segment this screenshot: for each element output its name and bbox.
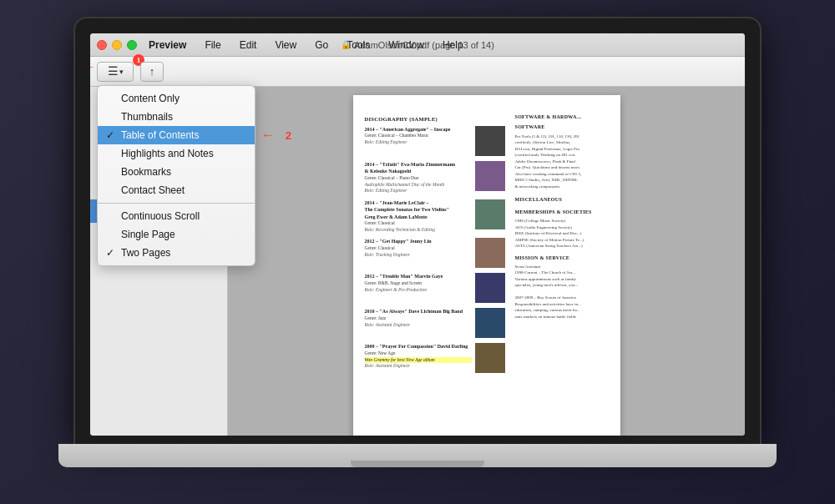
pdf-discography-title: DISCOGRAPHY (sample) <box>365 115 505 123</box>
pdf-entry-5: 2012 – "Trouble Man" Marvin Gaye Genre: … <box>365 273 505 303</box>
annotation-arrow-1: ← <box>90 59 96 74</box>
minimize-button[interactable] <box>112 40 122 50</box>
menu-file[interactable]: File <box>201 38 224 53</box>
menu-edit[interactable]: Edit <box>236 38 261 53</box>
screen-bezel: Preview File Edit View Go Tools Window H… <box>75 18 760 444</box>
dropdown-continuous-scroll[interactable]: Continuous Scroll <box>98 207 255 225</box>
pdf-entry-2: 2014 – "Tzfatit" Eva-Maria Zimmermann& K… <box>365 161 505 194</box>
pdf-entry-3: 2014 – "Jean-Marie LeClair –The Complete… <box>365 199 505 234</box>
dropdown-separator-1 <box>98 203 255 204</box>
pdf-page-main: DISCOGRAPHY (sample) 2014 – "American Ag… <box>353 95 620 436</box>
pdf-entry-7: 2009 – "Prayer For Compassion" David Dar… <box>365 343 505 373</box>
document-area: DISCOGRAPHY (sample) 2014 – "American Ag… <box>228 87 745 436</box>
laptop-base <box>58 444 777 467</box>
share-button[interactable]: ↑ <box>140 62 164 82</box>
dropdown-bookmarks[interactable]: Bookmarks <box>98 163 255 181</box>
dropdown-highlights-notes[interactable]: Highlights and Notes <box>98 144 255 163</box>
dropdown-arrow-icon: ▾ <box>119 68 124 76</box>
menu-go[interactable]: Go <box>311 38 331 53</box>
dropdown-single-page[interactable]: Single Page <box>98 225 255 244</box>
maximize-button[interactable] <box>127 40 137 50</box>
traffic-lights <box>97 40 137 50</box>
toolbar: ☰ ▾ ← 1 ↑ Content Only Thumbnails Table … <box>90 57 745 87</box>
dropdown-table-of-contents[interactable]: Table of Contents ← 2 <box>98 126 255 144</box>
screen-content: Preview File Edit View Go Tools Window H… <box>90 33 745 436</box>
sidebar-dropdown-menu: Content Only Thumbnails Table of Content… <box>97 85 256 266</box>
pdf-entry-4: 2012 – "Get Happy" Jenny Lin Genre: Clas… <box>365 238 505 268</box>
dropdown-thumbnails[interactable]: Thumbnails <box>98 108 255 126</box>
menu-view[interactable]: View <box>271 38 300 53</box>
annotation-badge-2: 2 <box>286 129 291 142</box>
dropdown-two-pages[interactable]: Two Pages <box>98 244 255 262</box>
close-button[interactable] <box>97 40 107 50</box>
pdf-entry-1: 2014 – "American Aggregate" – Inscape Ge… <box>365 126 505 156</box>
dropdown-content-only[interactable]: Content Only <box>98 89 255 108</box>
document-title: 🔒 AdamOlsonCV.pdf (page 13 of 14) <box>341 40 494 50</box>
menu-preview[interactable]: Preview <box>145 38 190 53</box>
pdf-left-column: DISCOGRAPHY (sample) 2014 – "American Ag… <box>365 108 505 378</box>
dropdown-contact-sheet[interactable]: Contact Sheet <box>98 181 255 199</box>
laptop-container: Preview File Edit View Go Tools Window H… <box>58 18 777 486</box>
sidebar-toggle-button[interactable]: ☰ ▾ ← 1 <box>97 62 134 82</box>
pdf-entry-6: 2010 – "As Always" Dave Lichtman Big Ban… <box>365 308 505 338</box>
annotation-arrow-2: ← <box>261 128 275 143</box>
sidebar-icon: ☰ <box>108 64 119 78</box>
pdf-right-column: SOFTWARE & HARDWA... SOFTWARE Pro Tools … <box>515 108 609 378</box>
title-bar: Preview File Edit View Go Tools Window H… <box>90 33 745 57</box>
